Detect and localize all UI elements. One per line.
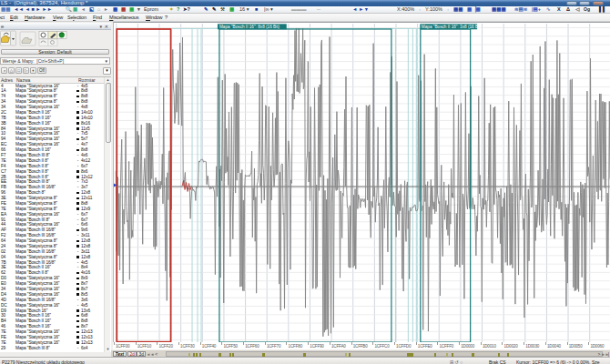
svg-text:Mapa "Bosch II 16": 3x8 (16 Bi: Mapa "Bosch II 16": 3x8 (16 Bit) bbox=[422, 25, 483, 29]
svg-text:Mapa "Bosch II 16": 8x8 (16 Bi: Mapa "Bosch II 16": 8x8 (16 Bit) bbox=[219, 25, 280, 29]
